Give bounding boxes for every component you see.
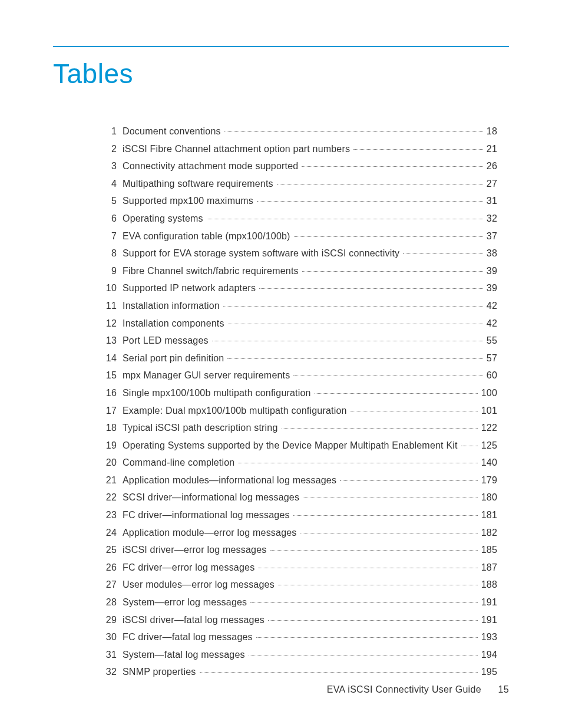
toc-entry-number: 25: [100, 541, 117, 559]
toc-leader-dots: [224, 131, 483, 132]
toc-entry-number: 6: [100, 210, 117, 228]
toc-entry[interactable]: 4Multipathing software requirements27: [100, 175, 497, 193]
toc-entry[interactable]: 8Support for EVA storage system software…: [100, 245, 497, 262]
toc-entry-number: 12: [100, 315, 117, 332]
toc-entry-page: 180: [481, 489, 497, 506]
toc-leader-dots: [268, 620, 478, 621]
toc-leader-dots: [270, 550, 478, 551]
toc-entry-label: iSCSI driver—error log messages: [123, 541, 267, 559]
toc-entry[interactable]: 24Application module—error log messages1…: [100, 524, 497, 542]
toc-entry-label: mpx Manager GUI server requirements: [123, 367, 290, 384]
toc-entry-label: Serial port pin definition: [123, 350, 224, 367]
toc-entry-number: 11: [100, 297, 117, 315]
toc-entry[interactable]: 21Application modules—informational log …: [100, 472, 497, 489]
toc-entry-number: 30: [100, 628, 117, 646]
toc-leader-dots: [212, 341, 483, 341]
toc-entry-page: 18: [487, 123, 497, 140]
tables-toc: 1Document conventions182iSCSI Fibre Chan…: [100, 123, 497, 681]
toc-entry-label: Installation information: [123, 297, 220, 315]
toc-entry-number: 13: [100, 332, 117, 350]
toc-entry-page: 125: [481, 437, 497, 454]
toc-entry-page: 42: [487, 297, 497, 315]
toc-entry-page: 39: [487, 279, 497, 297]
toc-leader-dots: [278, 585, 478, 585]
toc-entry-number: 23: [100, 506, 117, 524]
toc-entry-label: SCSI driver—informational log messages: [123, 489, 299, 506]
toc-entry-label: System—fatal log messages: [123, 646, 245, 664]
toc-entry-page: 181: [481, 506, 497, 524]
toc-leader-dots: [250, 602, 477, 603]
toc-entry-number: 32: [100, 663, 117, 681]
toc-leader-dots: [293, 515, 478, 516]
toc-entry-number: 14: [100, 350, 117, 367]
toc-entry[interactable]: 12Installation components42: [100, 315, 497, 332]
toc-entry-page: 101: [481, 402, 497, 420]
toc-entry-page: 26: [487, 157, 497, 175]
toc-entry-label: iSCSI driver—fatal log messages: [123, 611, 265, 629]
toc-entry[interactable]: 22SCSI driver—informational log messages…: [100, 489, 497, 506]
toc-entry-number: 17: [100, 402, 117, 420]
toc-entry-page: 32: [487, 210, 497, 228]
toc-leader-dots: [256, 637, 478, 638]
toc-entry-page: 60: [487, 367, 497, 384]
toc-leader-dots: [293, 375, 482, 376]
toc-entry[interactable]: 1Document conventions18: [100, 123, 497, 140]
toc-leader-dots: [207, 219, 483, 219]
toc-entry-number: 29: [100, 611, 117, 629]
toc-entry-page: 185: [481, 541, 497, 559]
toc-leader-dots: [277, 184, 483, 185]
toc-entry[interactable]: 31System—fatal log messages194: [100, 646, 497, 664]
toc-leader-dots: [259, 288, 483, 289]
toc-leader-dots: [403, 253, 483, 254]
footer-doc-title: EVA iSCSI Connectivity User Guide: [327, 684, 481, 694]
toc-leader-dots: [249, 655, 478, 655]
toc-entry-number: 7: [100, 228, 117, 245]
toc-entry-page: 194: [481, 646, 497, 664]
toc-entry[interactable]: 25iSCSI driver—error log messages185: [100, 541, 497, 559]
toc-entry[interactable]: 18Typical iSCSI path description string1…: [100, 419, 497, 437]
toc-entry[interactable]: 19Operating Systems supported by the Dev…: [100, 437, 497, 454]
toc-entry[interactable]: 30FC driver—fatal log messages193: [100, 628, 497, 646]
toc-entry[interactable]: 6Operating systems32: [100, 210, 497, 228]
toc-leader-dots: [302, 271, 483, 272]
toc-entry-label: Single mpx100/100b multipath configurati…: [123, 384, 311, 402]
toc-entry-page: 57: [487, 350, 497, 367]
toc-entry[interactable]: 29iSCSI driver—fatal log messages191: [100, 611, 497, 629]
toc-entry-label: Supported mpx100 maximums: [123, 192, 253, 210]
toc-entry-number: 9: [100, 262, 117, 280]
toc-entry[interactable]: 17Example: Dual mpx100/100b multipath co…: [100, 402, 497, 420]
toc-entry[interactable]: 28System—error log messages191: [100, 594, 497, 611]
toc-entry-label: Typical iSCSI path description string: [123, 419, 278, 437]
toc-entry-number: 19: [100, 437, 117, 454]
toc-entry[interactable]: 26FC driver—error log messages187: [100, 559, 497, 577]
toc-entry-page: 188: [481, 576, 497, 594]
toc-entry[interactable]: 15mpx Manager GUI server requirements60: [100, 367, 497, 384]
toc-entry[interactable]: 2iSCSI Fibre Channel attachment option p…: [100, 140, 497, 158]
toc-entry[interactable]: 23FC driver—informational log messages18…: [100, 506, 497, 524]
toc-entry[interactable]: 11Installation information42: [100, 297, 497, 315]
toc-entry[interactable]: 7EVA configuration table (mpx100/100b)37: [100, 228, 497, 245]
toc-entry-number: 20: [100, 454, 117, 472]
toc-entry-number: 18: [100, 419, 117, 437]
toc-entry-page: 42: [487, 315, 497, 332]
footer: EVA iSCSI Connectivity User Guide 15: [327, 684, 509, 695]
toc-entry[interactable]: 10Supported IP network adapters39: [100, 279, 497, 297]
toc-entry-label: Application module—error log messages: [123, 524, 297, 542]
toc-entry[interactable]: 20Command-line completion140: [100, 454, 497, 472]
toc-entry[interactable]: 9Fibre Channel switch/fabric requirement…: [100, 262, 497, 280]
toc-leader-dots: [300, 533, 478, 533]
toc-entry-label: Connectivity attachment mode supported: [123, 157, 298, 175]
toc-entry-number: 21: [100, 472, 117, 489]
toc-entry[interactable]: 27User modules—error log messages188: [100, 576, 497, 594]
toc-entry[interactable]: 32SNMP properties195: [100, 663, 497, 681]
toc-entry[interactable]: 14Serial port pin definition57: [100, 350, 497, 367]
toc-entry-number: 16: [100, 384, 117, 402]
toc-entry-page: 191: [481, 611, 497, 629]
toc-entry[interactable]: 3Connectivity attachment mode supported2…: [100, 157, 497, 175]
toc-entry-label: FC driver—informational log messages: [123, 506, 290, 524]
toc-entry-page: 100: [481, 384, 497, 402]
toc-entry-label: System—error log messages: [123, 594, 247, 611]
toc-entry[interactable]: 13Port LED messages55: [100, 332, 497, 350]
toc-entry[interactable]: 5Supported mpx100 maximums31: [100, 192, 497, 210]
toc-entry[interactable]: 16Single mpx100/100b multipath configura…: [100, 384, 497, 402]
